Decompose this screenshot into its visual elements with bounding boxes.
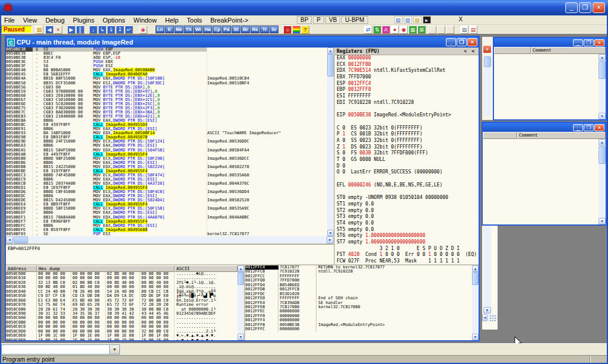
resize-grip[interactable] [489, 315, 497, 322]
minimize-button[interactable]: _ [573, 124, 583, 131]
scroll-thumb[interactable] [598, 146, 606, 164]
minimize-button[interactable]: _ [573, 39, 583, 46]
menu-plugins[interactable]: Plugins [69, 17, 99, 24]
comment-window-bottom-titlebar[interactable]: _ ❐ × [483, 123, 606, 132]
scroll-thumb[interactable] [327, 54, 334, 77]
command-input[interactable] [2, 345, 109, 354]
close-program-icon[interactable]: × [54, 26, 62, 34]
disasm-row[interactable]: 0050BE3B.83C4 F0ADD ESP,-10 [6, 56, 327, 60]
highlight-a-icon[interactable]: A [382, 26, 390, 34]
title-bar[interactable]: _ ❐ × [0, 0, 608, 15]
sort-icon[interactable]: ⇅ [373, 26, 381, 34]
console-icon[interactable]: ▸ [423, 16, 431, 24]
step-into-icon[interactable]: ↓ [89, 26, 97, 34]
view-th-button[interactable]: Th [184, 26, 193, 33]
notes-icon[interactable]: ▤ [394, 16, 403, 24]
scroll-thumb[interactable] [14, 236, 28, 243]
stack-vscrollbar[interactable]: ▲ ▼ [472, 265, 479, 340]
scroll-down-icon[interactable]: ▼ [472, 334, 479, 340]
bp-button[interactable]: BP [297, 16, 312, 24]
view-me-button[interactable]: Me [175, 26, 183, 33]
view-ha-button[interactable]: Ha [203, 26, 212, 33]
scroll-down-icon[interactable]: ▼ [238, 334, 244, 340]
hidden-window-vscrollbar[interactable]: ▼ [483, 226, 491, 314]
minimize-button[interactable]: _ [565, 2, 578, 13]
view-br-button[interactable]: Br [241, 26, 250, 33]
scroll-up-icon[interactable]: ▲ [598, 139, 606, 145]
blank-button[interactable] [446, 26, 454, 34]
rainbow-icon[interactable] [292, 26, 300, 34]
trace-into-icon[interactable]: ⇓ [107, 26, 115, 34]
step-over-icon[interactable]: ↳ [98, 26, 106, 34]
command-combobox[interactable]: ▼ [1, 344, 120, 354]
dump-vscrollbar[interactable]: ▲ ▼ [238, 265, 244, 340]
scroll-thumb[interactable] [484, 56, 491, 67]
close-button[interactable]: × [594, 124, 604, 131]
cpu-close-button[interactable]: × [467, 38, 477, 46]
disasm-row[interactable]: 0050BE83.C683 21040000 00MOV BYTE PTR DS… [6, 115, 327, 119]
restart-icon[interactable]: ◀ [45, 26, 53, 34]
comment-column-header[interactable]: Comment [517, 132, 606, 139]
menu-breakpoint[interactable]: BreakPoint-> [206, 17, 252, 24]
scroll-up-icon[interactable]: ▲ [598, 54, 606, 61]
menu-window[interactable]: Window [129, 17, 161, 24]
disasm-row[interactable]: 0050BEFE.E8 8597F8FFCALL ImageRed.004956… [6, 228, 327, 232]
scroll-left-icon[interactable]: ◄ [6, 236, 13, 243]
doc-icon[interactable]: ▥ [404, 16, 412, 24]
menu-file[interactable]: File [0, 17, 19, 24]
view-ln-button[interactable]: Ln [156, 26, 164, 33]
hidden-window-scrollbar[interactable] [484, 56, 491, 116]
cpu-maximize-button[interactable]: ❐ [457, 38, 467, 46]
breakpoint-splat-icon[interactable]: ◆ [139, 26, 147, 34]
view-wi-button[interactable]: Wi [194, 26, 202, 33]
scroll-up-icon[interactable]: ▲ [327, 48, 334, 54]
close-button[interactable]: × [593, 2, 605, 13]
scroll-thumb[interactable] [472, 272, 479, 285]
disasm-hscrollbar[interactable]: ◄ ► [6, 236, 334, 243]
registers-nav-left[interactable]: < [459, 49, 471, 54]
maximize-button[interactable]: ❐ [584, 39, 594, 46]
pixels-icon[interactable]: ▦ [408, 26, 417, 34]
menu-debug[interactable]: Debug [41, 17, 68, 24]
disasm-row[interactable]: 0050BE8C.E8 4397F8FFCALL ImageRed.004955… [6, 123, 327, 127]
disasm-vscrollbar[interactable]: ▲ ▼ [327, 48, 334, 236]
disasm-row[interactable]: 0050BED6.8B0D C8F45000MOV ECX,DWORD PTR … [6, 190, 327, 194]
registers-nav-right[interactable]: < [471, 49, 477, 54]
maximize-button[interactable]: ❐ [584, 124, 594, 131]
view-cp-button[interactable]: Cp [213, 26, 221, 33]
menu-options[interactable]: Options [99, 17, 129, 24]
comment-window-top-body[interactable]: ▲ ▼ [494, 54, 606, 119]
registers-pane[interactable]: Registers (FPU) < < EAX 00000000ECX 0012… [335, 48, 479, 264]
menu-help[interactable]: Help [161, 17, 183, 24]
scroll-thumb[interactable] [598, 61, 606, 79]
scroll-up-icon[interactable]: ▲ [238, 265, 244, 272]
disasm-row[interactable]: 0050BF03.5EPOP ESIkernel32.7C817077 [6, 232, 327, 236]
disasm-row[interactable]: 0050BE3E.53PUSH EBX [6, 60, 327, 64]
restore-button[interactable]: ❐ [579, 2, 591, 13]
help-icon[interactable]: ? [301, 26, 309, 34]
view-sr-button[interactable]: Sr [270, 26, 278, 33]
info-pane[interactable]: EBP=0012FFF0 [6, 244, 334, 264]
scroll-down-icon[interactable]: ▼ [483, 307, 491, 314]
record-icon[interactable]: ● [391, 26, 399, 34]
disasm-row[interactable]: 0050BEB0.8B0D 98F25000MOV ECX,DWORD PTR … [6, 157, 327, 161]
menu-view[interactable]: View [19, 17, 42, 24]
disasm-row[interactable]: 0050BE38$55PUSH EBP [6, 48, 327, 52]
stack-row[interactable]: 0012FFFC00000000 [245, 327, 472, 331]
p-button[interactable]: P [313, 16, 324, 24]
pause-icon[interactable]: ║ [76, 26, 84, 34]
hidden-window-close-button[interactable]: × [483, 45, 492, 53]
blank-button[interactable] [437, 26, 445, 34]
cpu-window-titlebar[interactable]: C CPU - main thread, module ImageRed _ ❐… [6, 37, 479, 48]
scroll-down-icon[interactable]: ▼ [327, 230, 334, 236]
scroll-left-icon[interactable]: ◄ [482, 314, 487, 321]
disasm-row[interactable]: 0050BEC3.8B0D 74F45000MOV ECX,DWORD PTR … [6, 173, 327, 178]
gear-icon[interactable]: ☼ [283, 26, 292, 34]
blank-column-header[interactable] [483, 132, 517, 139]
disasm-row[interactable]: 0050BE9D.8B0D 24F15000MOV ECX,DWORD PTR … [6, 140, 327, 144]
list-icon[interactable]: ▤ [460, 26, 468, 34]
comment-window-top-titlebar[interactable]: _ ❐ × [494, 38, 606, 47]
disasm-row[interactable]: 0050BEE9.8B0D 58F15000MOV ECX,DWORD PTR … [6, 207, 327, 211]
chevron-down-icon[interactable]: ▼ [109, 345, 119, 354]
trace-over-icon[interactable]: ↧ [116, 26, 124, 34]
